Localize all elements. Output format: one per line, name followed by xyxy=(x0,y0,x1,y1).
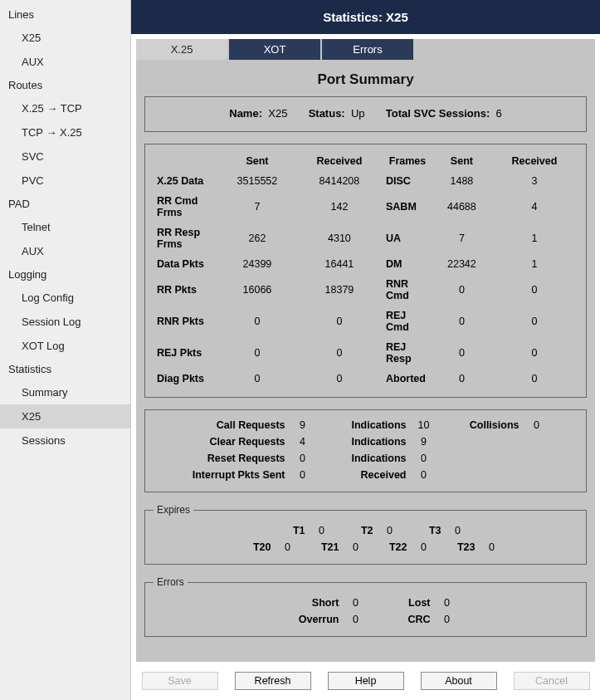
call-value: 9 xyxy=(292,419,314,431)
stat-label: RNR Pkts xyxy=(154,306,218,337)
tab-bar: X.25XOTErrors xyxy=(136,39,595,60)
frame-sent: 22342 xyxy=(432,254,491,274)
tab[interactable]: XOT xyxy=(229,39,320,60)
sidebar-item[interactable]: X25 xyxy=(0,26,130,50)
button-bar: Save Refresh Help About Cancel xyxy=(131,662,600,700)
call-value: 0 xyxy=(413,453,435,464)
error-label: Short xyxy=(290,597,339,609)
sidebar-item[interactable]: Log Config xyxy=(0,286,130,310)
call-label: Call Requests xyxy=(184,419,292,431)
sidebar-item[interactable]: Summary xyxy=(0,380,130,404)
stat-label: RR Cmd Frms xyxy=(154,191,218,223)
stat-label: Data Pkts xyxy=(154,254,218,274)
stat-received: 0 xyxy=(296,337,383,369)
col-sent2: Sent xyxy=(432,151,491,171)
sidebar-item[interactable]: X.25 → TCP xyxy=(0,96,130,120)
tab[interactable]: X.25 xyxy=(136,39,227,60)
stat-received: 142 xyxy=(296,191,383,223)
frame-received: 0 xyxy=(491,369,578,389)
col-received2: Received xyxy=(491,151,578,171)
stats-table: Sent Received Frames Sent Received X.25 … xyxy=(154,151,578,389)
sidebar-item[interactable]: PVC xyxy=(0,169,130,193)
sidebar-item[interactable]: Session Log xyxy=(0,310,130,334)
timer-label: T21 xyxy=(313,541,339,553)
frame-received: 0 xyxy=(491,274,578,306)
col-frames: Frames xyxy=(383,151,432,171)
call-label: Indications xyxy=(314,419,413,431)
sidebar-group: Statistics xyxy=(0,358,130,380)
call-value: 4 xyxy=(292,436,314,448)
tab[interactable]: Errors xyxy=(322,39,413,60)
stat-sent: 0 xyxy=(218,306,296,337)
frame-sent: 0 xyxy=(432,274,491,306)
sidebar-item[interactable]: AUX xyxy=(0,239,130,263)
timer-value: 0 xyxy=(312,525,332,536)
table-row: RNR Pkts00REJ Cmd00 xyxy=(154,306,578,337)
stat-label: X.25 Data xyxy=(154,171,218,191)
call-value: 0 xyxy=(413,469,435,481)
timer-value: 0 xyxy=(278,541,298,553)
stat-received: 18379 xyxy=(296,274,383,306)
stat-received: 0 xyxy=(296,369,383,389)
error-value: 0 xyxy=(437,597,457,609)
expires-box: Expires T10T20T30 T200T210T220T230 xyxy=(144,504,587,565)
sidebar-item[interactable]: AUX xyxy=(0,50,130,74)
stat-sent: 3515552 xyxy=(218,171,296,191)
frame-sent: 0 xyxy=(432,337,491,369)
timer-label: T1 xyxy=(279,525,305,536)
stat-label: Diag Pkts xyxy=(154,369,218,389)
error-label: Lost xyxy=(381,597,431,609)
content-scroll[interactable]: Port Summary Name: X25 Status: Up Total … xyxy=(136,60,595,662)
timer-label: T2 xyxy=(347,525,373,536)
sidebar-item[interactable]: SVC xyxy=(0,144,130,169)
call-label: Received xyxy=(314,469,413,481)
sidebar-item[interactable]: XOT Log xyxy=(0,334,130,358)
save-button[interactable]: Save xyxy=(142,672,218,690)
expires-legend: Expires xyxy=(154,504,193,516)
error-label: Overrun xyxy=(290,614,339,625)
help-button[interactable]: Help xyxy=(328,672,404,690)
errors-legend: Errors xyxy=(154,576,188,588)
call-value: 10 xyxy=(413,419,435,431)
timer-label: T22 xyxy=(381,541,407,553)
timer-value: 0 xyxy=(380,525,400,536)
col-sent: Sent xyxy=(218,151,296,171)
timer-value: 0 xyxy=(414,541,434,553)
timer-value: 0 xyxy=(448,525,468,536)
timer-value: 0 xyxy=(346,541,366,553)
cancel-button[interactable]: Cancel xyxy=(514,672,590,690)
sessions-label: Total SVC Sessions: xyxy=(386,107,490,120)
sessions-value: 6 xyxy=(496,107,502,120)
frame-label: DM xyxy=(383,254,432,274)
sidebar-group: PAD xyxy=(0,193,130,215)
timer-label: T20 xyxy=(245,541,271,553)
sidebar-item[interactable]: X25 xyxy=(0,404,130,428)
frame-sent: 44688 xyxy=(432,191,491,223)
table-row: Data Pkts2439916441DM223421 xyxy=(154,254,578,274)
main-panel: Statistics: X25 X.25XOTErrors Port Summa… xyxy=(131,0,600,700)
table-row: RR Cmd Frms7142SABM446884 xyxy=(154,191,578,223)
call-label: Indications xyxy=(314,453,413,464)
page-heading: Port Summary xyxy=(144,66,587,96)
refresh-button[interactable]: Refresh xyxy=(235,672,311,690)
name-label: Name: xyxy=(229,107,262,120)
name-value: X25 xyxy=(268,107,287,120)
stat-sent: 7 xyxy=(218,191,296,223)
stat-label: REJ Pkts xyxy=(154,337,218,369)
sidebar-item[interactable]: Sessions xyxy=(0,428,130,453)
stat-sent: 0 xyxy=(218,337,296,369)
call-label: Indications xyxy=(314,436,413,448)
stat-sent: 24399 xyxy=(218,254,296,274)
stat-received: 0 xyxy=(296,306,383,337)
sidebar-item[interactable]: Telnet xyxy=(0,215,130,239)
stat-sent: 262 xyxy=(218,223,296,254)
sidebar-item[interactable]: TCP → X.25 xyxy=(0,120,130,144)
frame-received: 3 xyxy=(491,171,578,191)
call-value: 0 xyxy=(526,419,548,431)
calls-box: Call Requests9Indications10Collisions0Cl… xyxy=(144,409,587,492)
calls-row: Reset Requests0Indications0 xyxy=(154,450,578,467)
stat-received: 4310 xyxy=(296,223,383,254)
about-button[interactable]: About xyxy=(421,672,497,690)
stat-label: RR Pkts xyxy=(154,274,218,306)
error-value: 0 xyxy=(346,597,366,609)
